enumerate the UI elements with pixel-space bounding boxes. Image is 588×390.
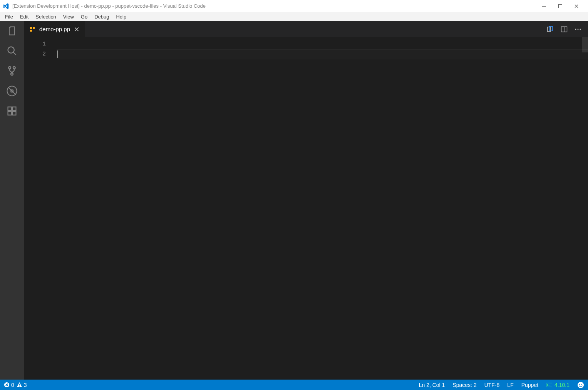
svg-rect-24 bbox=[19, 386, 20, 387]
puppet-file-icon bbox=[29, 26, 35, 32]
menu-file[interactable]: File bbox=[2, 13, 17, 20]
window-controls bbox=[542, 4, 586, 8]
eol-item[interactable]: LF bbox=[507, 382, 513, 388]
text-cursor bbox=[57, 50, 58, 58]
svg-rect-11 bbox=[12, 111, 16, 115]
search-icon[interactable] bbox=[6, 45, 18, 57]
tabbar-spacer bbox=[85, 21, 540, 37]
line-gutter: 1 2 bbox=[24, 37, 57, 380]
svg-point-2 bbox=[8, 47, 14, 53]
svg-rect-12 bbox=[30, 27, 32, 29]
source-control-icon[interactable] bbox=[6, 65, 18, 77]
activitybar bbox=[0, 21, 24, 380]
svg-point-5 bbox=[11, 73, 13, 75]
svg-point-3 bbox=[8, 67, 11, 69]
menu-go[interactable]: Go bbox=[77, 13, 91, 20]
maximize-button[interactable] bbox=[558, 4, 566, 8]
puppet-version-item[interactable]: 4.10.1 bbox=[546, 382, 570, 388]
svg-point-27 bbox=[578, 382, 584, 388]
titlebar: [Extension Development Host] - demo-pp.p… bbox=[0, 0, 588, 12]
more-actions-icon[interactable] bbox=[574, 25, 582, 33]
current-line-highlight bbox=[57, 49, 588, 59]
svg-point-20 bbox=[578, 29, 579, 30]
svg-rect-23 bbox=[19, 384, 20, 386]
compare-changes-icon[interactable] bbox=[546, 25, 554, 33]
menu-help[interactable]: Help bbox=[112, 13, 130, 20]
tab-close-icon[interactable] bbox=[74, 27, 79, 32]
svg-rect-13 bbox=[33, 27, 35, 29]
minimap-scrollbar[interactable] bbox=[582, 37, 588, 52]
statusbar-left: 0 3 bbox=[4, 382, 27, 388]
warning-count: 3 bbox=[24, 382, 27, 388]
encoding-item[interactable]: UTF-8 bbox=[484, 382, 500, 388]
svg-point-21 bbox=[580, 29, 581, 30]
svg-point-7 bbox=[10, 89, 14, 93]
split-editor-icon[interactable] bbox=[560, 25, 568, 33]
statusbar-right: Ln 2, Col 1 Spaces: 2 UTF-8 LF Puppet 4.… bbox=[419, 382, 584, 388]
minimize-button[interactable] bbox=[542, 4, 549, 8]
language-mode-item[interactable]: Puppet bbox=[521, 382, 538, 388]
menu-edit[interactable]: Edit bbox=[17, 13, 32, 20]
warnings-item[interactable]: 3 bbox=[17, 382, 27, 388]
svg-rect-8 bbox=[8, 107, 12, 111]
editor-area: demo-pp.pp 1 2 bbox=[24, 21, 588, 380]
tab-filename: demo-pp.pp bbox=[39, 26, 70, 32]
menu-view[interactable]: View bbox=[60, 13, 77, 20]
svg-rect-10 bbox=[8, 111, 12, 115]
extensions-icon[interactable] bbox=[6, 105, 18, 117]
menu-selection[interactable]: Selection bbox=[32, 13, 59, 20]
menu-debug[interactable]: Debug bbox=[91, 13, 112, 20]
close-button[interactable] bbox=[574, 4, 582, 8]
feedback-icon[interactable] bbox=[577, 382, 584, 388]
indentation-item[interactable]: Spaces: 2 bbox=[452, 382, 476, 388]
svg-point-28 bbox=[579, 384, 580, 385]
terminal-icon bbox=[546, 383, 552, 387]
vscode-logo-icon bbox=[2, 3, 9, 10]
svg-rect-9 bbox=[12, 107, 16, 111]
line-col-item[interactable]: Ln 2, Col 1 bbox=[419, 382, 445, 388]
error-count: 0 bbox=[11, 382, 14, 388]
puppet-version-text: 4.10.1 bbox=[554, 382, 570, 388]
line-number: 2 bbox=[24, 49, 46, 59]
code-area[interactable] bbox=[57, 37, 588, 380]
svg-point-19 bbox=[575, 29, 576, 30]
files-icon[interactable] bbox=[6, 25, 18, 37]
svg-rect-1 bbox=[559, 4, 562, 8]
svg-rect-14 bbox=[30, 30, 32, 32]
svg-rect-0 bbox=[542, 6, 546, 7]
debug-icon[interactable] bbox=[6, 85, 18, 97]
svg-point-29 bbox=[581, 384, 582, 385]
tabbar: demo-pp.pp bbox=[24, 21, 588, 37]
editor[interactable]: 1 2 bbox=[24, 37, 588, 380]
tab-demo-pp[interactable]: demo-pp.pp bbox=[24, 21, 85, 37]
errors-item[interactable]: 0 bbox=[4, 382, 14, 388]
statusbar: 0 3 Ln 2, Col 1 Spaces: 2 UTF-8 LF Puppe… bbox=[0, 380, 588, 390]
window-title: [Extension Development Host] - demo-pp.p… bbox=[12, 3, 206, 9]
menubar: File Edit Selection View Go Debug Help bbox=[0, 12, 588, 21]
svg-rect-25 bbox=[546, 383, 552, 387]
tab-actions bbox=[540, 21, 588, 37]
svg-point-4 bbox=[13, 67, 15, 69]
line-number: 1 bbox=[24, 39, 46, 49]
workspace: demo-pp.pp 1 2 bbox=[0, 21, 588, 380]
